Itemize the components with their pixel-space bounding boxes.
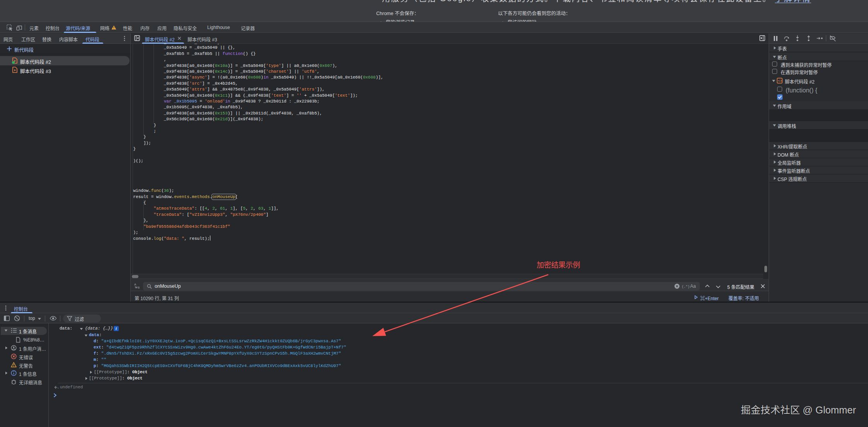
svg-text:A: A <box>134 283 136 286</box>
svg-text:<>: <> <box>778 79 782 83</box>
svg-text:B: B <box>138 286 140 289</box>
